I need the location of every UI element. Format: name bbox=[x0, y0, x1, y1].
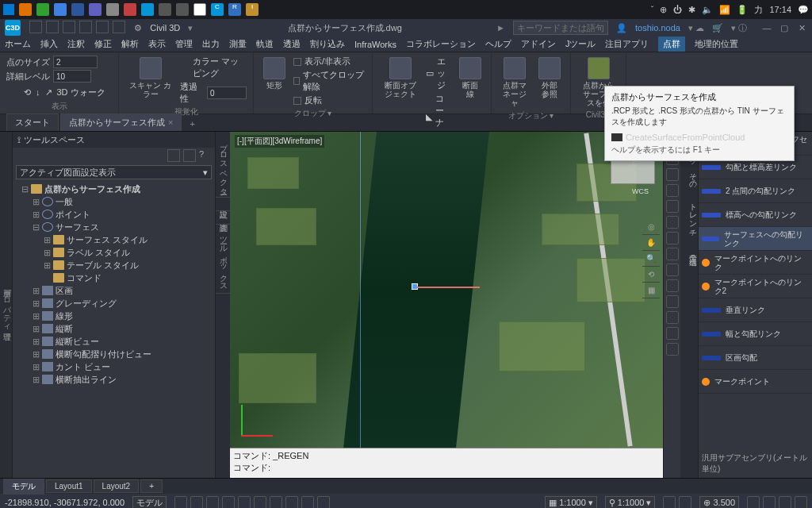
ribbon-tab[interactable]: アドイン bbox=[521, 38, 556, 50]
model-paper-toggle[interactable]: モデル bbox=[132, 496, 167, 508]
show-hide-checkbox[interactable] bbox=[293, 58, 301, 66]
ribbon-tab[interactable]: 解析 bbox=[121, 38, 139, 50]
ribbon-tab[interactable]: 注目アプリ bbox=[605, 38, 649, 50]
tree-expander-icon[interactable]: ⊞ bbox=[32, 197, 40, 207]
tool-icon[interactable] bbox=[666, 311, 679, 324]
layout-tab[interactable]: モデル bbox=[3, 479, 44, 495]
point-size-input[interactable] bbox=[53, 56, 98, 68]
tree-row[interactable]: ⊞横断抽出ライン bbox=[16, 373, 215, 386]
qat-redo-icon[interactable] bbox=[96, 21, 109, 33]
qat-save-icon[interactable] bbox=[63, 21, 75, 33]
layout-tab[interactable]: Layout1 bbox=[46, 479, 92, 493]
sb-icon[interactable] bbox=[663, 496, 676, 508]
tool-icon[interactable] bbox=[666, 295, 679, 308]
sb-icon[interactable] bbox=[763, 496, 776, 508]
qat-plot-icon[interactable] bbox=[113, 21, 125, 33]
panel-title[interactable]: クロップ ▾ bbox=[260, 106, 366, 119]
sb-cycle-icon[interactable] bbox=[317, 496, 330, 508]
palette-category-tab[interactable]: 構造 bbox=[680, 248, 698, 255]
flip-checkbox[interactable] bbox=[293, 97, 301, 105]
palette-item[interactable]: 2 点間の勾配リンク bbox=[699, 179, 812, 203]
ribbon-tab[interactable]: 出力 bbox=[202, 38, 220, 50]
toolspace-side-tab[interactable]: プロスペクター bbox=[216, 132, 230, 198]
nav-wheel-icon[interactable]: ◎ bbox=[642, 219, 660, 235]
nav-icon[interactable]: ↗ bbox=[45, 87, 52, 98]
nav-orbit-icon[interactable]: ⟲ bbox=[642, 267, 660, 283]
tree-expander-icon[interactable]: ⊞ bbox=[32, 311, 40, 321]
tree-expander-icon[interactable]: ⊟ bbox=[21, 184, 29, 194]
panel-title[interactable]: オプション ▾ bbox=[498, 109, 564, 121]
ribbon-tab[interactable]: 地理的位置 bbox=[695, 38, 738, 50]
ribbon-tab[interactable]: 測量 bbox=[229, 38, 247, 50]
taskbar-app-icon[interactable] bbox=[89, 3, 102, 16]
tool-icon[interactable] bbox=[666, 327, 679, 340]
section-obj-button[interactable]: 断面オブジェクト bbox=[379, 56, 421, 100]
sb-polar-icon[interactable] bbox=[222, 496, 235, 508]
tree-expander-icon[interactable]: ⊞ bbox=[32, 286, 40, 296]
maximize-button[interactable]: ▢ bbox=[779, 22, 790, 33]
qat-new-icon[interactable] bbox=[29, 21, 42, 33]
palette-item[interactable]: マークポイントへのリンク bbox=[699, 251, 812, 275]
ribbon-tab[interactable]: 注釈 bbox=[67, 38, 85, 50]
doc-tab-start[interactable]: スタート bbox=[6, 114, 59, 131]
sb-dyn-icon[interactable] bbox=[270, 496, 282, 508]
nav-zoom-icon[interactable]: 🔍 bbox=[642, 251, 660, 267]
help-dropdown-icon[interactable]: ▾ ⓘ bbox=[731, 22, 747, 34]
search-input[interactable] bbox=[513, 21, 608, 35]
taskbar-app-icon[interactable] bbox=[193, 3, 206, 16]
palette-category-tab[interactable]: 基本 bbox=[680, 242, 698, 248]
elevation-readout[interactable]: ⊕ 3.500 bbox=[699, 496, 739, 508]
sb-icon[interactable] bbox=[679, 496, 691, 508]
ribbon-tab[interactable]: ヘルプ bbox=[485, 38, 511, 50]
palette-item[interactable]: マークポイントへのリンク2 bbox=[699, 275, 812, 298]
ucs-gizmo[interactable] bbox=[238, 400, 278, 440]
add-layout-button[interactable]: + bbox=[140, 479, 163, 493]
cube-icon[interactable] bbox=[6, 86, 19, 98]
command-prompt[interactable]: コマンド: bbox=[233, 462, 660, 474]
sb-grid-icon[interactable] bbox=[174, 496, 187, 508]
tool-icon[interactable] bbox=[666, 343, 679, 356]
tool-icon[interactable] bbox=[666, 200, 679, 213]
tree-row[interactable]: コマンド bbox=[16, 271, 215, 284]
tree-expander-icon[interactable]: ⊞ bbox=[32, 337, 40, 347]
detail-level-input[interactable] bbox=[53, 70, 91, 83]
user-name[interactable]: toshio.noda bbox=[635, 23, 680, 33]
ribbon-tab[interactable]: InfraWorks bbox=[354, 40, 396, 49]
palette-category-tab[interactable]: 制御 bbox=[680, 236, 698, 242]
scan-color-button[interactable]: スキャン カラー bbox=[125, 56, 175, 100]
palette-item[interactable]: 区画勾配 bbox=[699, 346, 812, 370]
tree-row[interactable]: ⊞テーブル スタイル bbox=[16, 259, 215, 271]
sb-osnap-icon[interactable] bbox=[238, 496, 251, 508]
doc-tab-drawing[interactable]: 点群からサーフェス作成× bbox=[60, 114, 182, 131]
tray-wifi-icon[interactable]: 📶 bbox=[719, 5, 730, 15]
sb-icon[interactable] bbox=[747, 496, 760, 508]
palette-category-tab[interactable]: トレンチ bbox=[680, 194, 698, 236]
tray-clock[interactable]: 17:14 bbox=[769, 5, 791, 14]
ribbon-tab[interactable]: 管理 bbox=[175, 38, 193, 50]
toolspace-settings-icon[interactable] bbox=[167, 149, 180, 162]
ribbon-tab[interactable]: 軌道 bbox=[256, 38, 274, 50]
scale-select[interactable]: ▦ 1:1000 ▾ bbox=[545, 496, 597, 508]
tree-expander-icon[interactable]: ⊞ bbox=[32, 210, 40, 220]
transparency-input[interactable] bbox=[207, 87, 247, 99]
toolspace-side-tab[interactable]: 設定 bbox=[216, 198, 230, 211]
cart-icon[interactable]: 🛒 bbox=[712, 23, 723, 33]
windows-start-icon[interactable] bbox=[3, 4, 14, 15]
taskbar-app-icon[interactable] bbox=[19, 3, 32, 16]
sb-snap-icon[interactable] bbox=[190, 496, 203, 508]
tree-row[interactable]: ⊞線形 bbox=[16, 310, 215, 322]
edge-button[interactable]: エッジ bbox=[437, 56, 451, 91]
nav-show-icon[interactable]: ▦ bbox=[642, 283, 660, 298]
nav-icon[interactable]: ↓ bbox=[36, 87, 40, 97]
palette-item[interactable]: マークポイント bbox=[699, 370, 812, 394]
viewport[interactable]: [-][平面図][3dWireframe] 上 WCS ◎ ✋ 🔍 ⟲ ▦ bbox=[230, 132, 663, 448]
tree-expander-icon[interactable]: ⊞ bbox=[32, 375, 40, 385]
edge-icon[interactable]: ▭ bbox=[426, 68, 434, 79]
layout-tab[interactable]: Layout2 bbox=[94, 479, 140, 493]
tree-row[interactable]: ⊞横断勾配摺り付けビュー bbox=[16, 348, 215, 360]
palette-category-tab[interactable]: 基本 bbox=[680, 188, 698, 194]
tray-ime[interactable]: 力 bbox=[754, 4, 763, 16]
sb-icon[interactable] bbox=[779, 496, 791, 508]
toolspace-help-icon[interactable]: ? bbox=[199, 149, 212, 162]
taskbar-app-icon[interactable] bbox=[141, 3, 154, 16]
